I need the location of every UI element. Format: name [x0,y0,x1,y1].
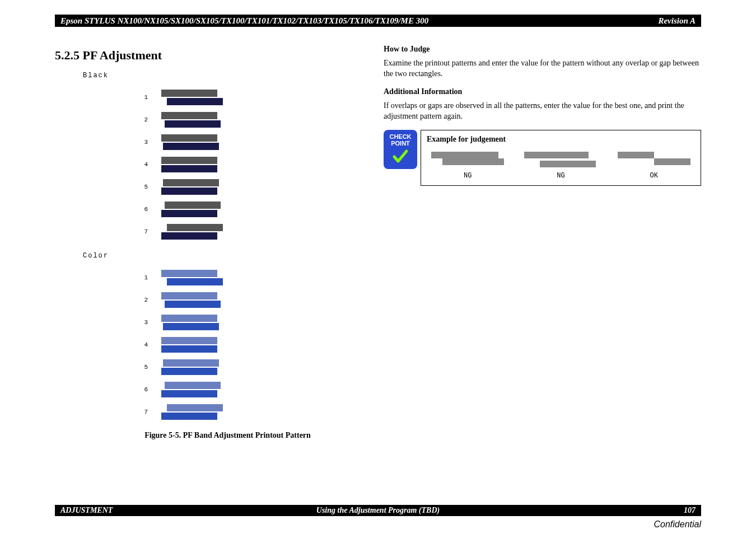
checkpoint-badge-line2: POINT [391,140,410,147]
pattern-row: 5 [83,356,367,378]
confidential-label: Confidential [654,519,702,530]
content-area: 5.2.5 PF Adjustment Black 1 2 3 4 5 6 7 … [55,45,701,500]
how-to-judge-heading: How to Judge [384,45,701,54]
example-ng-overlap: NG [431,149,504,180]
pattern-num: 2 [83,116,161,123]
pattern-row: 6 [83,378,367,401]
pattern-num: 7 [83,409,161,415]
pattern-num: 4 [83,161,161,168]
left-column: 5.2.5 PF Adjustment Black 1 2 3 4 5 6 7 … [55,45,378,500]
pattern-row: 2 [83,109,367,131]
pattern-area: Black 1 2 3 4 5 6 7 Color 1 2 3 4 5 6 7 [83,72,367,423]
pattern-num: 2 [83,297,161,303]
pattern-num: 1 [83,274,161,281]
pattern-row: 7 [83,221,367,243]
pattern-row: 4 [83,153,367,176]
pattern-num: 4 [83,341,161,348]
header-revision: Revision A [658,16,696,26]
pattern-num: 5 [83,364,161,371]
figure-caption: Figure 5-5. PF Band Adjustment Printout … [88,431,367,440]
checkpoint-examples: NG NG OK [427,149,695,180]
pattern-num: 3 [83,319,161,326]
pattern-num: 3 [83,139,161,146]
header-bar: Epson STYLUS NX100/NX105/SX100/SX105/TX1… [55,15,701,27]
pattern-row: 1 [83,86,367,109]
additional-info-para: If overlaps or gaps are observed in all … [384,101,701,122]
checkpoint-block: CHECK POINT Example for judgement NG NG [384,130,701,186]
pattern-num: 6 [83,206,161,213]
pattern-row: 5 [83,176,367,198]
pattern-num: 7 [83,228,161,235]
footer-center: Using the Adjustment Program (TBD) [55,506,701,515]
right-column: How to Judge Examine the printout patter… [378,45,701,500]
header-title: Epson STYLUS NX100/NX105/SX100/SX105/TX1… [60,16,428,26]
pattern-row: 2 [83,289,367,311]
additional-info-heading: Additional Information [384,87,701,96]
footer-bar: ADJUSTMENT Using the Adjustment Program … [55,505,701,516]
pattern-row: 1 [83,266,367,289]
check-icon [392,149,409,165]
pattern-num: 1 [83,94,161,101]
checkpoint-badge-line1: CHECK [389,133,411,140]
checkpoint-box-title: Example for judgement [427,135,695,144]
checkpoint-box: Example for judgement NG NG OK [421,130,701,186]
checkpoint-badge: CHECK POINT [384,130,417,169]
pattern-row: 7 [83,401,367,423]
how-to-judge-para: Examine the printout patterns and enter … [384,58,701,79]
group-label-color: Color [83,252,367,260]
section-heading: 5.2.5 PF Adjustment [55,48,367,63]
example-label: NG [464,172,472,180]
pattern-row: 6 [83,198,367,221]
example-label: OK [650,172,658,180]
footer-page-number: 107 [684,506,696,515]
pattern-num: 5 [83,184,161,190]
pattern-num: 6 [83,386,161,393]
group-label-black: Black [83,72,367,79]
pattern-row: 3 [83,131,367,153]
pattern-row: 3 [83,311,367,334]
example-label: NG [557,172,564,180]
example-ok: OK [618,149,690,180]
pattern-row: 4 [83,334,367,356]
example-ng-gap: NG [524,149,597,180]
